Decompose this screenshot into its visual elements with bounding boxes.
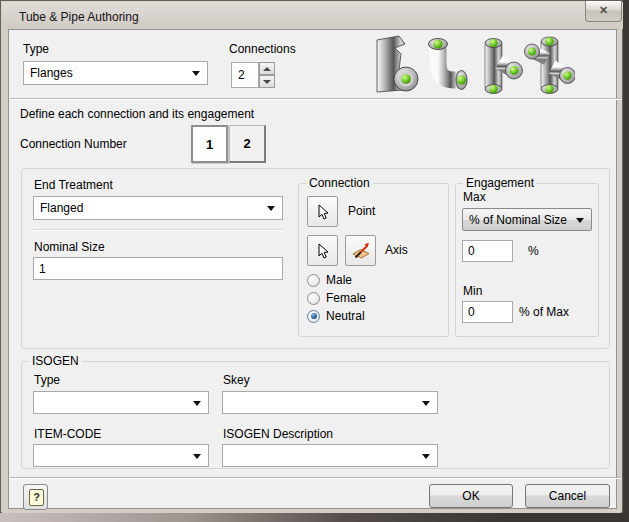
max-percent-suffix: % bbox=[528, 244, 539, 258]
min-suffix: % of Max bbox=[519, 305, 569, 319]
type-label: Type bbox=[23, 42, 49, 56]
end-treatment-separator bbox=[33, 229, 283, 230]
connection-group-title: Connection bbox=[306, 176, 373, 190]
footer-separator bbox=[10, 477, 621, 478]
top-separator bbox=[10, 98, 621, 99]
help-icon: ? bbox=[29, 489, 44, 506]
radio-neutral-label: Neutral bbox=[326, 309, 365, 323]
isogen-skey-label: Skey bbox=[223, 373, 250, 387]
nominal-size-input[interactable] bbox=[33, 257, 283, 280]
isogen-skey-combobox[interactable] bbox=[222, 391, 438, 414]
arrow-up-icon bbox=[263, 67, 271, 71]
chevron-down-icon bbox=[422, 401, 430, 406]
radio-neutral[interactable]: Neutral bbox=[307, 309, 365, 323]
point-label: Point bbox=[348, 204, 375, 218]
isogen-description-combobox[interactable] bbox=[222, 444, 438, 467]
cancel-button[interactable]: Cancel bbox=[525, 484, 610, 508]
tee-fitting-icon bbox=[477, 34, 523, 97]
end-treatment-combobox[interactable]: Flanged bbox=[33, 196, 283, 220]
chevron-down-icon bbox=[576, 218, 584, 223]
isogen-description-label: ISOGEN Description bbox=[223, 427, 333, 441]
window-title: Tube & Pipe Authoring bbox=[19, 10, 139, 24]
title-bar: Tube & Pipe Authoring bbox=[2, 2, 623, 29]
isogen-item-code-combobox[interactable] bbox=[33, 444, 209, 467]
engagement-group-title: Engagement bbox=[463, 176, 537, 190]
type-combobox[interactable]: Flanges bbox=[23, 61, 208, 85]
isogen-item-code-label: ITEM-CODE bbox=[34, 427, 101, 441]
axis-icon bbox=[351, 241, 371, 261]
radio-icon bbox=[307, 274, 320, 287]
max-mode-value: % of Nominal Size bbox=[469, 213, 567, 227]
chevron-down-icon bbox=[267, 206, 275, 211]
point-select-button[interactable] bbox=[307, 196, 338, 227]
connection-number-label: Connection Number bbox=[20, 137, 127, 151]
tube-pipe-authoring-dialog: Tube & Pipe Authoring ✕ Type Flanges Con… bbox=[0, 0, 623, 514]
axis-label: Axis bbox=[385, 243, 408, 257]
radio-selected-icon bbox=[307, 310, 320, 323]
chevron-down-icon bbox=[422, 454, 430, 459]
radio-icon bbox=[307, 292, 320, 305]
connection-number-button-2[interactable]: 2 bbox=[229, 125, 266, 163]
isogen-type-label: Type bbox=[34, 373, 60, 387]
chevron-down-icon bbox=[192, 71, 200, 76]
radio-male-label: Male bbox=[326, 273, 352, 287]
screen: Tube & Pipe Authoring ✕ Type Flanges Con… bbox=[0, 0, 629, 522]
isogen-type-combobox[interactable] bbox=[33, 391, 209, 414]
close-icon: ✕ bbox=[599, 4, 608, 16]
cursor-icon bbox=[315, 243, 331, 259]
max-label: Max bbox=[463, 190, 486, 204]
min-label: Min bbox=[463, 284, 482, 298]
end-treatment-value: Flanged bbox=[40, 201, 83, 215]
spin-up-button[interactable] bbox=[259, 62, 275, 75]
radio-female-label: Female bbox=[326, 291, 366, 305]
connections-input[interactable] bbox=[231, 62, 259, 88]
min-percent-input[interactable] bbox=[462, 301, 513, 323]
max-mode-combobox[interactable]: % of Nominal Size bbox=[462, 208, 592, 231]
axis-direction-button[interactable] bbox=[345, 235, 376, 266]
cursor-icon bbox=[315, 204, 331, 220]
flange-fitting-icon bbox=[365, 34, 423, 97]
connections-label: Connections bbox=[229, 42, 296, 56]
help-button[interactable]: ? bbox=[23, 484, 48, 510]
background-shadow-strip bbox=[0, 513, 629, 522]
connections-spinner bbox=[231, 62, 275, 88]
nominal-size-label: Nominal Size bbox=[34, 240, 105, 254]
radio-female[interactable]: Female bbox=[307, 291, 366, 305]
isogen-group-title: ISOGEN bbox=[29, 354, 82, 368]
ok-button[interactable]: OK bbox=[429, 484, 513, 508]
define-connection-text: Define each connection and its engagemen… bbox=[20, 107, 254, 121]
arrow-down-icon bbox=[263, 80, 271, 84]
elbow-fitting-icon bbox=[425, 34, 469, 97]
axis-select-button[interactable] bbox=[307, 235, 338, 266]
chevron-down-icon bbox=[193, 401, 201, 406]
type-value: Flanges bbox=[30, 66, 73, 80]
end-treatment-label: End Treatment bbox=[34, 178, 113, 192]
spin-down-button[interactable] bbox=[259, 75, 275, 88]
radio-male[interactable]: Male bbox=[307, 273, 352, 287]
max-percent-input[interactable] bbox=[462, 240, 513, 262]
close-button[interactable]: ✕ bbox=[585, 1, 622, 22]
chevron-down-icon bbox=[193, 454, 201, 459]
connection-number-button-1[interactable]: 1 bbox=[191, 125, 228, 163]
cross-fitting-icon bbox=[523, 34, 575, 97]
